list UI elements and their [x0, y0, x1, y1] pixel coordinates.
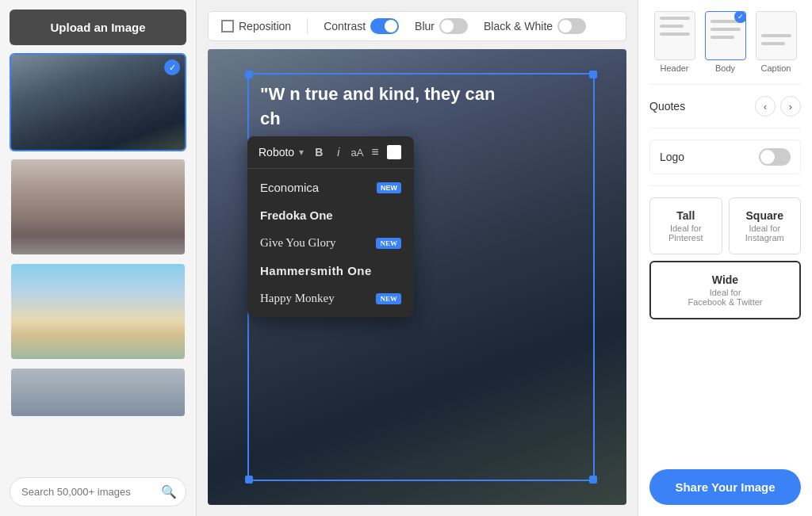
body-label: Body	[715, 63, 735, 73]
layout-body[interactable]: ✓ Body	[705, 11, 746, 73]
right-panel: Header ✓ Body Caption Quotes ‹ ›	[638, 0, 812, 516]
thumbnail-mountain[interactable]: ✓	[10, 53, 186, 151]
contrast-tool[interactable]: Contrast	[324, 18, 399, 34]
format-tall[interactable]: Tall Ideal forPinterest	[649, 197, 722, 254]
thumbnail-beach[interactable]	[10, 262, 186, 361]
font-toolbar: Roboto ▾ B i aA ≡	[247, 136, 414, 169]
black-white-toggle[interactable]	[557, 18, 586, 34]
font-item-fredoka[interactable]: Fredoka One	[247, 201, 414, 229]
layout-header[interactable]: Header	[654, 11, 695, 73]
tall-title: Tall	[658, 209, 714, 222]
reposition-label: Reposition	[239, 20, 291, 32]
upload-button[interactable]: Upload an Image	[10, 10, 186, 45]
wide-subtitle: Ideal forFacebook & Twitter	[659, 288, 791, 307]
search-bar[interactable]: 🔍	[10, 477, 186, 506]
divider-2	[649, 128, 801, 128]
blur-toggle[interactable]	[439, 18, 468, 34]
font-name-fredoka: Fredoka One	[260, 208, 333, 222]
new-badge-give-you-glory: NEW	[376, 238, 401, 249]
bold-button[interactable]: B	[312, 144, 326, 160]
align-button[interactable]: ≡	[371, 145, 378, 159]
font-name-give-you-glory: Give You Glory	[260, 236, 335, 250]
logo-label: Logo	[660, 151, 684, 163]
share-button[interactable]: Share Your Image	[649, 469, 801, 505]
header-icon	[654, 11, 695, 60]
font-item-happy-monkey[interactable]: Happy Monkey NEW	[247, 285, 414, 312]
layout-types: Header ✓ Body Caption	[649, 11, 801, 73]
font-name-happy-monkey: Happy Monkey	[260, 292, 335, 305]
quotes-label: Quotes	[649, 100, 685, 113]
font-item-give-you-glory[interactable]: Give You Glory NEW	[247, 229, 414, 257]
main-panel: Reposition Contrast Blur Black & White "…	[197, 0, 638, 516]
current-font-name: Roboto	[259, 146, 294, 159]
chevron-down-icon: ▾	[299, 147, 304, 158]
font-name-economica: Economica	[260, 181, 319, 194]
square-title: Square	[737, 209, 793, 222]
tall-subtitle: Ideal forPinterest	[658, 224, 714, 243]
quotes-prev-button[interactable]: ‹	[755, 96, 776, 117]
quote-cont: ch	[260, 107, 582, 132]
font-name-selector[interactable]: Roboto ▾	[259, 146, 304, 159]
caption-icon	[756, 11, 797, 60]
caption-label: Caption	[761, 63, 791, 73]
quotes-next-button[interactable]: ›	[780, 96, 801, 117]
format-square[interactable]: Square Ideal forInstagram	[729, 197, 802, 254]
canvas-area[interactable]: "W n true and kind, they can ch - B Robo…	[208, 49, 626, 505]
color-swatch[interactable]	[387, 145, 401, 159]
font-name-hammersmith: Hammersmith One	[260, 264, 372, 277]
font-size-small[interactable]: aA	[350, 147, 363, 159]
body-selected-check: ✓	[734, 11, 746, 23]
wide-title: Wide	[659, 273, 791, 286]
reposition-tool[interactable]: Reposition	[221, 20, 291, 32]
search-input[interactable]	[21, 486, 155, 498]
logo-section: Logo	[649, 140, 801, 174]
new-badge-happy-monkey: NEW	[376, 293, 401, 304]
blur-label: Blur	[415, 20, 435, 32]
layout-caption[interactable]: Caption	[756, 11, 797, 73]
handle-top-left[interactable]	[245, 71, 253, 78]
quotes-nav: ‹ ›	[755, 96, 801, 117]
left-panel: Upload an Image ✓ 🔍	[0, 0, 197, 516]
image-thumbnails: ✓	[10, 53, 186, 469]
search-icon[interactable]: 🔍	[161, 484, 177, 499]
contrast-toggle[interactable]	[370, 18, 399, 34]
reposition-icon	[221, 20, 234, 32]
blur-tool[interactable]: Blur	[415, 18, 468, 34]
font-dropdown: Roboto ▾ B i aA ≡ Economica NEW Fredoka …	[247, 136, 414, 317]
handle-bottom-left[interactable]	[245, 476, 253, 484]
toolbar: Reposition Contrast Blur Black & White	[208, 11, 626, 41]
divider-1	[649, 84, 801, 85]
selected-checkmark: ✓	[164, 59, 180, 75]
square-subtitle: Ideal forInstagram	[737, 224, 793, 243]
contrast-label: Contrast	[324, 20, 366, 32]
thumbnail-partial[interactable]	[10, 367, 186, 418]
font-item-economica[interactable]: Economica NEW	[247, 174, 414, 201]
divider-3	[649, 185, 801, 186]
handle-top-right[interactable]	[589, 71, 597, 78]
font-item-hammersmith[interactable]: Hammersmith One	[247, 257, 414, 285]
toolbar-divider-1	[307, 18, 308, 34]
format-wide[interactable]: Wide Ideal forFacebook & Twitter	[649, 261, 801, 319]
body-icon: ✓	[705, 11, 746, 60]
handle-bottom-right[interactable]	[589, 476, 597, 484]
quote-text: "W n true and kind, they can	[260, 82, 582, 107]
black-white-label: Black & White	[484, 20, 553, 32]
thumbnail-city[interactable]	[10, 158, 186, 256]
black-white-tool[interactable]: Black & White	[484, 18, 586, 34]
italic-button[interactable]: i	[334, 144, 343, 160]
font-list: Economica NEW Fredoka One Give You Glory…	[247, 169, 414, 317]
quotes-section: Quotes ‹ ›	[649, 96, 801, 117]
header-label: Header	[660, 63, 688, 73]
logo-toggle[interactable]	[759, 148, 791, 166]
new-badge-economica: NEW	[377, 182, 401, 193]
formats-grid: Tall Ideal forPinterest Square Ideal for…	[649, 197, 801, 319]
